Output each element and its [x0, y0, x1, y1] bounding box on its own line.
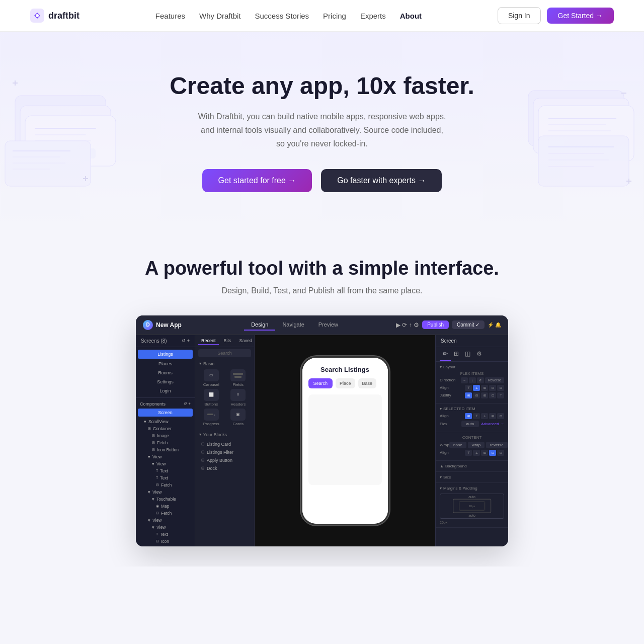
signin-button[interactable]: Sign In — [498, 7, 541, 24]
nav-features[interactable]: Features — [155, 12, 185, 20]
nav-actions: Sign In Get Started → — [498, 7, 614, 24]
ac-btn-2[interactable]: ⊥ — [473, 450, 480, 456]
dir-reverse[interactable]: Reverse — [485, 377, 504, 383]
iso-shapes-right — [513, 32, 644, 222]
sel-align-btn-5[interactable]: ⊡ — [497, 413, 504, 419]
tree-fetch-3[interactable]: ⊟ Fetch — [136, 510, 195, 517]
sel-align-btn-3[interactable]: ⊥ — [481, 413, 488, 419]
publish-button[interactable]: Publish — [422, 320, 449, 329]
dir-btn-3[interactable]: ↺ — [477, 377, 484, 383]
tree-iconbutton[interactable]: ⊟ Icon Button — [136, 446, 195, 453]
sel-align-btn-2[interactable]: ⊤ — [473, 413, 480, 419]
justify-btn-1[interactable]: ⊠ — [465, 392, 472, 398]
wrap-reverse[interactable]: reverse — [486, 442, 508, 448]
your-blocks-label: Your Blocks — [195, 430, 254, 439]
wrap-none[interactable]: none — [449, 442, 466, 448]
tree-text-1[interactable]: T Text — [136, 467, 195, 474]
block-carousel[interactable]: ▭ Carousel — [199, 369, 223, 387]
tree-icon: T — [156, 476, 158, 479]
block-progress[interactable]: › Progress — [199, 409, 223, 426]
tab-design[interactable]: Design — [244, 319, 275, 331]
wrap-wrap[interactable]: wrap — [468, 442, 485, 448]
stab-recent[interactable]: Recent — [198, 337, 219, 345]
tree-scrollview[interactable]: ▾ ScrollView — [136, 418, 195, 425]
block-row-1: ▭ Carousel Fields — [195, 368, 254, 388]
block-buttons[interactable]: ⬜ Buttons — [199, 389, 223, 407]
flex-advanced[interactable]: Advanced → — [481, 422, 504, 426]
phone-tag-place[interactable]: Place — [336, 378, 355, 388]
tab-icon-grid[interactable]: ⊞ — [451, 347, 462, 361]
tab-preview[interactable]: Preview — [311, 319, 345, 331]
tab-icon-pen[interactable]: ✏ — [440, 347, 451, 361]
tree-view-4[interactable]: ▾ View — [136, 517, 195, 524]
tree-fetch-2[interactable]: ⊟ Fetch — [136, 481, 195, 489]
nav-why-draftbit[interactable]: Why Draftbit — [199, 12, 241, 20]
block-listing-card[interactable]: ⊞ Listing Card — [199, 440, 250, 448]
nav-places[interactable]: Places — [136, 359, 195, 368]
getstarted-nav-button[interactable]: Get Started → — [547, 8, 614, 24]
tree-view-5[interactable]: ▾ View — [136, 524, 195, 531]
block-headers[interactable]: ≡ Headers — [226, 389, 251, 407]
tree-container[interactable]: ⊞ Container — [136, 425, 195, 432]
tree-touchable[interactable]: ▾ Touchable — [136, 496, 195, 503]
phone-tag-base[interactable]: Base — [358, 378, 377, 388]
nav-rooms[interactable]: Rooms — [136, 368, 195, 377]
tree-view-2[interactable]: ▾ View — [136, 460, 195, 467]
tree-map[interactable]: ◉ Map — [136, 503, 195, 510]
block-cards[interactable]: ▣ Cards — [226, 409, 251, 426]
justify-buttons: ⊠ ⊟ ⊞ ⊡ ⊤ — [465, 392, 504, 398]
ac-btn-1[interactable]: ⊤ — [465, 450, 472, 456]
ac-btn-4[interactable]: ⊡ — [489, 450, 496, 456]
nav-listings[interactable]: Listings — [138, 350, 193, 359]
sel-align-btn-4[interactable]: ⊞ — [489, 413, 496, 419]
mockup-topbar-actions: ▶ ⟳ ↑ ⚙ Publish Commit ✓ ⚡ 🔔 — [396, 320, 501, 329]
hero-experts-button[interactable]: Go faster with experts → — [321, 169, 442, 192]
justify-btn-4[interactable]: ⊡ — [489, 392, 496, 398]
hero-getstarted-button[interactable]: Get started for free → — [202, 169, 312, 192]
tree-view-3[interactable]: ▾ View — [136, 489, 195, 496]
commit-button[interactable]: Commit ✓ — [452, 320, 485, 329]
tab-navigate[interactable]: Navigate — [275, 319, 311, 331]
flex-auto[interactable]: auto — [461, 421, 479, 427]
mockup-right-panel: Screen ✏ ⊞ ◫ ⚙ Layout FLEX ITEMS Directi… — [435, 335, 508, 546]
tree-text-2[interactable]: T Text — [136, 474, 195, 481]
block-dock[interactable]: ⊞ Dock — [199, 464, 250, 472]
align-btn-5[interactable]: ⊟ — [497, 385, 504, 391]
justify-btn-5[interactable]: ⊤ — [497, 392, 504, 398]
justify-btn-3[interactable]: ⊞ — [481, 392, 488, 398]
tab-icon-db[interactable]: ◫ — [462, 347, 473, 361]
wrap-row: Wrap none wrap reverse — [440, 442, 504, 448]
dir-btn-2[interactable]: ↓ — [469, 377, 476, 383]
block-apply-button[interactable]: ⊞ Apply Button — [199, 456, 250, 464]
blocks-search[interactable]: Search — [198, 349, 251, 357]
tree-text-3[interactable]: T Text — [136, 531, 195, 538]
tree-fetch-1[interactable]: ⊟ Fetch — [136, 439, 195, 446]
tab-icon-settings[interactable]: ⚙ — [473, 347, 485, 361]
align-btn-3[interactable]: ⊞ — [481, 385, 488, 391]
sel-align-btn-1[interactable]: ⊠ — [465, 413, 472, 419]
dir-btn-1[interactable]: → — [461, 377, 468, 383]
nav-login[interactable]: Login — [136, 386, 195, 395]
ac-btn-5[interactable]: ⊟ — [497, 450, 504, 456]
stab-saved[interactable]: Saved — [236, 337, 255, 345]
align-btn-1[interactable]: ⊤ — [465, 385, 472, 391]
nav-pricing[interactable]: Pricing — [323, 12, 346, 20]
tree-icon[interactable]: ⊟ Icon — [136, 538, 195, 545]
tool-subtitle: Design, Build, Test, and Publish all fro… — [10, 286, 634, 295]
tree-image[interactable]: ⊟ Image — [136, 432, 195, 439]
align-btn-2[interactable]: ⊥ — [473, 385, 480, 391]
block-listings-filter[interactable]: ⊞ Listings Filter — [199, 448, 250, 456]
stab-bits[interactable]: Bits — [221, 337, 234, 345]
phone-search-button[interactable]: Search — [308, 378, 333, 388]
nav-success-stories[interactable]: Success Stories — [255, 12, 309, 20]
align-btn-4[interactable]: ⊡ — [489, 385, 496, 391]
justify-btn-2[interactable]: ⊟ — [473, 392, 480, 398]
logo[interactable]: draftbit — [30, 9, 79, 23]
tree-view-1[interactable]: ▾ View — [136, 453, 195, 460]
tree-screen[interactable]: Screen — [138, 409, 193, 417]
nav-settings[interactable]: Settings — [136, 377, 195, 386]
ac-btn-3[interactable]: ⊞ — [481, 450, 488, 456]
block-fields[interactable]: Fields — [226, 369, 251, 387]
nav-about[interactable]: About — [400, 12, 422, 20]
nav-experts[interactable]: Experts — [360, 12, 386, 20]
